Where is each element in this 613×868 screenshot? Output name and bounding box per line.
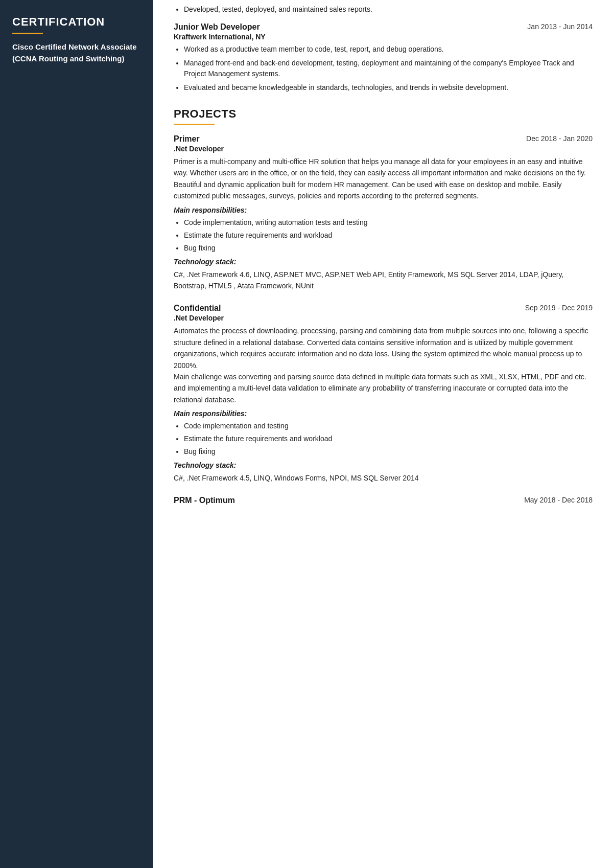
project-primer-desc: Primer is a multi-company and multi-offi… xyxy=(174,156,593,202)
project-confidential-role: .Net Developer xyxy=(174,314,593,322)
certification-title: CERTIFICATION xyxy=(12,15,141,29)
project-prm: PRM - Optimum May 2018 - Dec 2018 xyxy=(174,496,593,505)
projects-section-title: PROJECTS xyxy=(174,107,593,121)
project-confidential-header: Confidential Sep 2019 - Dec 2019 xyxy=(174,304,593,313)
project-primer-date: Dec 2018 - Jan 2020 xyxy=(526,134,593,143)
resume-container: CERTIFICATION Cisco Certified Network As… xyxy=(0,0,613,868)
projects-divider xyxy=(174,124,215,125)
project-primer: Primer Dec 2018 - Jan 2020 .Net Develope… xyxy=(174,134,593,291)
project-confidential-date: Sep 2019 - Dec 2019 xyxy=(525,304,593,312)
primer-responsibilities-list: Code implementation, writing automation … xyxy=(174,217,593,254)
project-confidential-name: Confidential xyxy=(174,304,221,313)
job-bullet-1: Managed front-end and back-end developme… xyxy=(184,58,593,79)
certification-text: Cisco Certified Network Associate (CCNA … xyxy=(12,41,141,64)
primer-resp-1: Estimate the future requirements and wor… xyxy=(184,230,593,241)
project-primer-role: .Net Developer xyxy=(174,145,593,153)
job-date-junior: Jan 2013 - Jun 2014 xyxy=(527,22,593,31)
confidential-resp-2: Bug fixing xyxy=(184,446,593,457)
primer-responsibilities-title: Main responsibilities: xyxy=(174,206,593,214)
top-bullet-list: Developed, tested, deployed, and maintai… xyxy=(174,5,593,13)
confidential-resp-0: Code implementation and testing xyxy=(184,421,593,431)
project-confidential-desc: Automates the process of downloading, pr… xyxy=(174,325,593,405)
certification-divider xyxy=(12,33,43,34)
certification-section: CERTIFICATION Cisco Certified Network As… xyxy=(12,15,141,64)
confidential-tech-text: C#, .Net Framework 4.5, LINQ, Windows Fo… xyxy=(174,472,593,484)
job-bullet-0: Worked as a productive team member to co… xyxy=(184,44,593,55)
project-prm-header: PRM - Optimum May 2018 - Dec 2018 xyxy=(174,496,593,505)
project-prm-date: May 2018 - Dec 2018 xyxy=(524,496,593,504)
project-confidential: Confidential Sep 2019 - Dec 2019 .Net De… xyxy=(174,304,593,484)
top-bullet-item: Developed, tested, deployed, and maintai… xyxy=(184,5,593,13)
project-primer-name: Primer xyxy=(174,134,200,144)
project-primer-header: Primer Dec 2018 - Jan 2020 xyxy=(174,134,593,144)
job-title-junior: Junior Web Developer xyxy=(174,22,260,32)
confidential-resp-1: Estimate the future requirements and wor… xyxy=(184,433,593,444)
job-header-junior: Junior Web Developer Jan 2013 - Jun 2014 xyxy=(174,22,593,32)
job-company-junior: Kraftwerk International, NY xyxy=(174,33,593,41)
confidential-tech-title: Technology stack: xyxy=(174,461,593,469)
job-bullet-2: Evaluated and became knowledgeable in st… xyxy=(184,82,593,93)
confidential-responsibilities-list: Code implementation and testing Estimate… xyxy=(174,421,593,457)
primer-resp-0: Code implementation, writing automation … xyxy=(184,217,593,228)
primer-tech-title: Technology stack: xyxy=(174,258,593,266)
primer-tech-text: C#, .Net Framework 4.6, LINQ, ASP.NET MV… xyxy=(174,269,593,292)
job-bullets-junior: Worked as a productive team member to co… xyxy=(174,44,593,93)
job-block-junior-web-dev: Junior Web Developer Jan 2013 - Jun 2014… xyxy=(174,22,593,93)
primer-resp-2: Bug fixing xyxy=(184,243,593,254)
project-prm-name: PRM - Optimum xyxy=(174,496,235,505)
confidential-responsibilities-title: Main responsibilities: xyxy=(174,409,593,418)
main-content: Developed, tested, deployed, and maintai… xyxy=(153,0,613,868)
sidebar: CERTIFICATION Cisco Certified Network As… xyxy=(0,0,153,868)
